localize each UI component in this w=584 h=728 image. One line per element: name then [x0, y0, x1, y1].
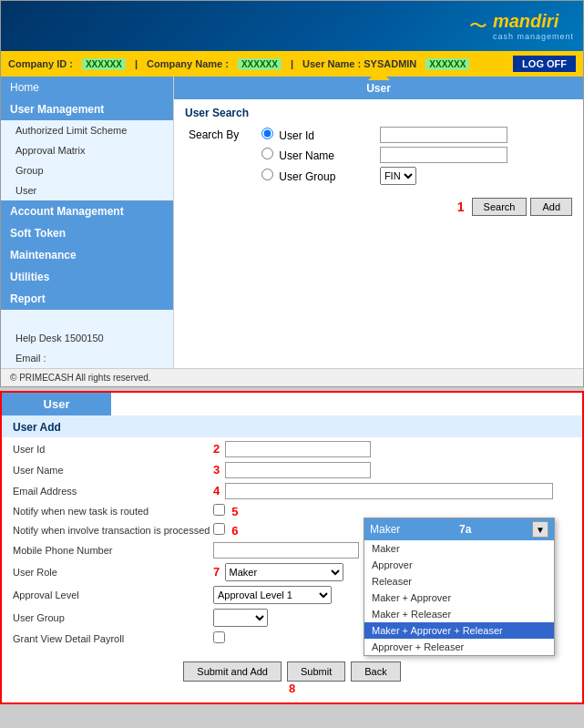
- sidebar-item-account-management[interactable]: Account Management: [1, 200, 173, 222]
- tab-arrow: [368, 69, 390, 80]
- separator1: |: [135, 58, 138, 69]
- sidebar-item-report[interactable]: Report: [1, 288, 173, 310]
- company-id-value: XXXXXX: [82, 58, 126, 70]
- usergroup-add-label: User Group: [13, 612, 213, 623]
- sidebar-item-soft-token[interactable]: Soft Token: [1, 222, 173, 244]
- notify-task-input: 5: [213, 504, 571, 518]
- content-area: User User Search Search By User Id: [174, 77, 583, 368]
- email-add-input[interactable]: [225, 483, 553, 499]
- dropdown-item-approver[interactable]: Approver: [364, 557, 554, 573]
- approval-select[interactable]: Approval Level 1 Approval Level 2: [213, 586, 332, 604]
- sidebar-item-group[interactable]: Group: [1, 160, 173, 180]
- search-button[interactable]: Search: [472, 198, 528, 216]
- dropdown-header: Maker 7a ▼: [364, 518, 554, 540]
- back-button[interactable]: Back: [351, 661, 400, 682]
- radio-userid[interactable]: [261, 128, 273, 139]
- username-value: XXXXXX: [425, 58, 469, 70]
- badge-8: 8: [289, 682, 295, 695]
- separator2: |: [291, 58, 293, 69]
- sidebar-item-approval-matrix[interactable]: Approval Matrix: [1, 140, 173, 160]
- sidebar-item-authorized-limit[interactable]: Authorized Limit Scheme: [1, 120, 173, 140]
- user-search-title: User Search: [185, 107, 572, 119]
- usergroup-add-select[interactable]: FIN: [213, 609, 268, 627]
- notify-task-row: Notify when new task is routed 5: [13, 504, 571, 518]
- dropdown-item-approver-releaser[interactable]: Approver + Releaser: [364, 639, 554, 655]
- dropdown-item-releaser[interactable]: Releaser: [364, 573, 554, 590]
- dropdown-header-label: Maker: [370, 523, 400, 536]
- email-field-input: 4: [213, 483, 571, 499]
- badge-7: 7: [213, 565, 220, 579]
- logoff-button[interactable]: LOG OFF: [513, 56, 576, 72]
- form-buttons: Submit and Add Submit Back 8: [2, 654, 582, 702]
- radio-usergroup[interactable]: [261, 169, 273, 180]
- logo-mandiri: mandiri: [493, 11, 574, 32]
- sidebar-item-helpdesk: Help Desk 1500150: [1, 328, 173, 348]
- approval-label: Approval Level: [13, 590, 213, 600]
- username-field-input: 3: [213, 462, 571, 478]
- bottom-section: User User Add User Id 2 User Name 3 Emai…: [0, 391, 584, 704]
- buttons-container: Submit and Add Submit Back 8: [183, 661, 400, 695]
- username-field-label: User Name: [13, 465, 213, 476]
- dropdown-item-maker-releaser[interactable]: Maker + Releaser: [364, 606, 554, 622]
- search-table: Search By User Id User Name: [185, 125, 572, 187]
- notify-task-label: Notify when new task is routed: [13, 506, 213, 517]
- company-name-label: Company Name :: [147, 58, 229, 69]
- badge-7a: 7a: [459, 523, 471, 536]
- username-add-input[interactable]: [225, 462, 371, 478]
- username-input[interactable]: [380, 147, 507, 163]
- radio-username-label: User Name: [279, 149, 334, 162]
- badge-6: 6: [231, 524, 238, 538]
- dropdown-item-maker-approver[interactable]: Maker + Approver: [364, 590, 554, 606]
- logo-area: 〜 mandiri cash management: [469, 11, 574, 41]
- sidebar-item-maintenance[interactable]: Maintenance: [1, 244, 173, 266]
- mobile-label: Mobile Phone Number: [13, 545, 213, 556]
- dropdown-item-maker-approver-releaser[interactable]: Maker + Approver + Releaser: [364, 622, 554, 639]
- dropdown-arrow-button[interactable]: ▼: [532, 521, 548, 538]
- payroll-checkbox[interactable]: [213, 631, 225, 643]
- info-bar: Company ID : XXXXXX | Company Name : XXX…: [1, 51, 583, 77]
- user-search-section: User Search Search By User Id: [174, 99, 583, 194]
- logo-subtitle: cash management: [493, 32, 574, 41]
- footer: © PRIMECASH All rights reserved.: [1, 368, 583, 386]
- userid-add-input[interactable]: [225, 441, 371, 457]
- submit-add-button[interactable]: Submit and Add: [183, 661, 282, 682]
- userid-row: User Id 2: [13, 441, 571, 457]
- radio-userid-label: User Id: [279, 129, 314, 142]
- header-bar: 〜 mandiri cash management: [1, 1, 583, 51]
- logo-wave-icon: 〜: [469, 14, 487, 38]
- badge-4: 4: [213, 484, 220, 497]
- userrole-select[interactable]: Maker Approver Releaser Maker + Approver…: [225, 563, 343, 581]
- submit-button[interactable]: Submit: [287, 661, 345, 682]
- sidebar-item-utilities[interactable]: Utilities: [1, 266, 173, 288]
- notify-trans-checkbox[interactable]: [213, 523, 225, 535]
- userrole-label: User Role: [13, 567, 213, 578]
- radio-usergroup-label: User Group: [279, 170, 335, 183]
- username-row: User Name 3: [13, 462, 571, 478]
- radio-username[interactable]: [261, 148, 273, 159]
- sidebar-item-home[interactable]: Home: [1, 77, 173, 98]
- sidebar-item-user-management[interactable]: User Management: [1, 98, 173, 120]
- add-button[interactable]: Add: [530, 198, 572, 216]
- userid-input[interactable]: [380, 127, 507, 143]
- notify-task-checkbox[interactable]: [213, 504, 225, 516]
- payroll-label: Grant View Detail Payroll: [13, 633, 213, 644]
- user-add-form: User Id 2 User Name 3 Email Address 4 No…: [2, 437, 582, 654]
- badge-2: 2: [213, 442, 220, 456]
- badge-5: 5: [231, 505, 238, 518]
- company-name-value: XXXXXX: [238, 58, 282, 70]
- userid-field-label: User Id: [13, 444, 213, 455]
- badge-3: 3: [213, 463, 220, 477]
- sidebar: Home User Management Authorized Limit Sc…: [1, 77, 174, 368]
- sidebar-item-user[interactable]: User: [1, 180, 173, 200]
- mobile-add-input[interactable]: [213, 542, 359, 559]
- userid-field-input: 2: [213, 441, 571, 457]
- email-row: Email Address 4: [13, 483, 571, 499]
- user-add-tab: User: [2, 393, 111, 415]
- company-id-label: Company ID :: [8, 58, 73, 69]
- dropdown-item-maker[interactable]: Maker: [364, 540, 554, 557]
- user-add-title: User Add: [2, 415, 582, 437]
- role-dropdown-overlay: Maker 7a ▼ Maker Approver Releaser Maker…: [364, 518, 555, 656]
- badge-1: 1: [457, 200, 465, 214]
- usergroup-select[interactable]: FIN: [380, 167, 416, 185]
- search-by-label: Search By: [185, 125, 258, 145]
